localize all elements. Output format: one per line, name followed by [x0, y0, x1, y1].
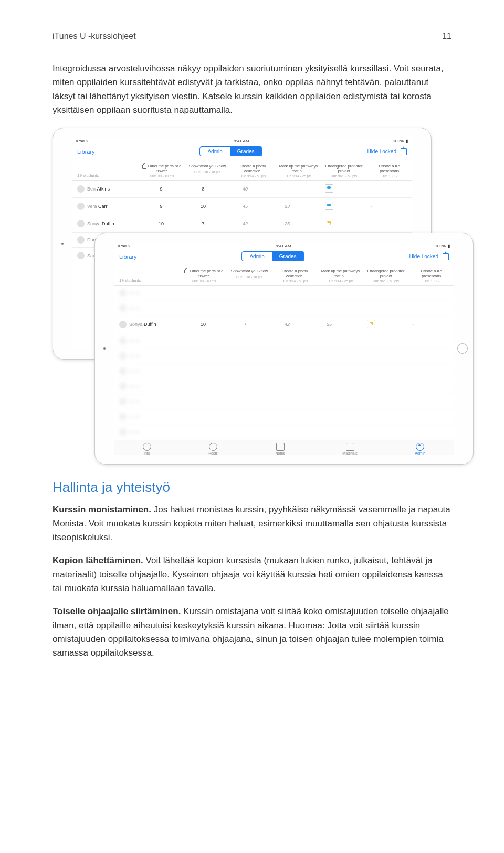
grade-value: 23: [285, 204, 290, 209]
segmented-control[interactable]: Admin Grades: [200, 146, 262, 156]
tab-info[interactable]: Info: [143, 443, 151, 455]
student-row[interactable]: Sonya Duffin1074225-: [114, 316, 454, 333]
doc-title: iTunes U -kurssiohjeet: [52, 31, 136, 41]
chat-icon[interactable]: [325, 202, 333, 210]
ipad-camera-icon: [103, 347, 106, 350]
tab-bar: Info Posts Notes Materials Admin: [114, 440, 454, 455]
section-heading: Hallinta ja yhteistyö: [52, 479, 452, 496]
avatar-icon: [77, 203, 85, 210]
grade-value: 25: [285, 221, 290, 226]
tab-materials[interactable]: Materials: [342, 443, 357, 455]
dash-cell: -: [371, 204, 372, 209]
col-0: Label the parts of a flowerDue 9/8 - 10 …: [139, 164, 185, 178]
student-row-blurred: — —: [114, 425, 454, 440]
share-icon[interactable]: [401, 148, 407, 155]
grade-value: 25: [327, 322, 332, 327]
dash-cell: -: [413, 322, 414, 327]
avatar-icon: [77, 220, 85, 227]
tab-admin[interactable]: Admin: [200, 147, 229, 156]
para-kurssin-monistaminen: Kurssin monistaminen. Jos haluat monista…: [52, 503, 452, 544]
status-battery: 100%: [393, 139, 404, 143]
materials-icon: [346, 443, 354, 451]
grade-value: 9: [160, 204, 162, 209]
avatar-icon: [77, 236, 85, 244]
student-row-blurred: — —: [114, 349, 454, 364]
edit-icon[interactable]: [367, 320, 375, 328]
tab-grades[interactable]: Grades: [230, 147, 262, 156]
grade-header: 19 students Label the parts of a flowerD…: [114, 266, 454, 286]
edit-icon[interactable]: [325, 219, 333, 227]
grade-value: 10: [201, 204, 206, 209]
grade-value: 42: [243, 221, 248, 226]
library-link[interactable]: Library: [77, 149, 95, 155]
grade-value: 10: [201, 322, 206, 327]
segmented-control[interactable]: Admin Grades: [242, 251, 304, 261]
student-row[interactable]: Ben Atkins9840--: [72, 181, 412, 198]
col-3: Mark up the pathways that p...Due 9/14 -…: [276, 164, 321, 178]
page-header: iTunes U -kurssiohjeet 11: [52, 31, 452, 41]
student-row-blurred: — —: [114, 364, 454, 379]
status-battery: 100%: [435, 244, 446, 248]
student-row-blurred: — —: [114, 286, 454, 301]
grade-value: 7: [244, 322, 246, 327]
battery-icon: ▮: [448, 244, 450, 248]
grade-value: 40: [243, 186, 248, 192]
student-row-blurred: — —: [114, 333, 454, 349]
lock-icon: [142, 165, 146, 169]
grade-value: 8: [202, 186, 204, 192]
avatar-icon: [77, 252, 85, 259]
admin-icon: [416, 443, 424, 451]
wifi-icon: ᯤ: [86, 139, 90, 143]
ipad-front: iPad ᯤ 9:41 AM 100%▮ Library Admin Grade…: [94, 233, 474, 465]
grade-value: 45: [243, 204, 248, 209]
status-device: iPad ᯤ: [76, 139, 90, 143]
col-4: Endangered predator projectDue 9/29 - 50…: [321, 164, 367, 178]
posts-icon: [209, 443, 217, 451]
student-row-blurred: — —: [114, 379, 454, 394]
ipad-camera-icon: [61, 243, 64, 245]
tab-admin[interactable]: Admin: [242, 252, 271, 261]
para-toiselle-ohjaajalle: Toiselle ohjaajalle siirtäminen. Kurssin…: [52, 605, 452, 660]
tab-grades[interactable]: Grades: [272, 252, 304, 261]
col-5: Create a Ke presentatioDue 10/2 -: [366, 164, 412, 178]
col-1: Show what you knowDue 9/10 - 10 pts: [185, 164, 230, 178]
students-count: 19 students: [72, 164, 139, 178]
grade-header: 19 students Label the parts of a flowerD…: [72, 161, 412, 181]
hide-locked-link[interactable]: Hide Locked: [409, 254, 438, 259]
status-time: 9:41 AM: [276, 244, 291, 248]
avatar-icon: [77, 185, 85, 193]
grade-value: 9: [160, 186, 162, 192]
info-icon: [143, 443, 151, 451]
wifi-icon: ᯤ: [128, 244, 132, 248]
status-device: iPad ᯤ: [118, 244, 132, 248]
student-row-blurred: — —: [114, 409, 454, 425]
nav-bar: Library Admin Grades Hide Locked: [72, 144, 412, 161]
share-icon[interactable]: [443, 253, 449, 260]
grade-value: 7: [202, 221, 204, 226]
notes-icon: [276, 443, 285, 451]
students-count: 19 students: [114, 269, 181, 283]
student-row-blurred: — —: [114, 301, 454, 316]
ipad-screenshots: iPad ᯤ 9:41 AM 100%▮ Library Admin Grade…: [52, 128, 452, 464]
student-row-blurred: — —: [114, 394, 454, 409]
tab-admin-tab[interactable]: Admin: [415, 443, 425, 455]
student-row[interactable]: Vera Carr9104523-: [72, 198, 412, 215]
col-2: Create a photo collection.Due 9/14 - 50 …: [230, 164, 276, 178]
status-time: 9:41 AM: [234, 139, 249, 143]
student-row[interactable]: Sonya Duffin1074225-: [72, 215, 412, 233]
tab-notes[interactable]: Notes: [275, 443, 285, 455]
status-bar: iPad ᯤ 9:41 AM 100%▮: [114, 243, 454, 249]
hide-locked-link[interactable]: Hide Locked: [367, 149, 396, 154]
avatar-icon: [119, 321, 127, 328]
page-number: 11: [442, 31, 452, 41]
dash-cell: -: [371, 186, 372, 192]
ipad-home-button[interactable]: [457, 343, 468, 354]
nav-bar: Library Admin Grades Hide Locked: [114, 249, 454, 266]
chat-icon[interactable]: [325, 184, 333, 193]
intro-paragraph: Integroidussa arvosteluvihossa näkyy opp…: [52, 62, 452, 117]
library-link[interactable]: Library: [119, 254, 137, 260]
para-kopion-lahettaminen: Kopion lähettäminen. Voit lähettää kopio…: [52, 554, 452, 595]
tab-posts[interactable]: Posts: [208, 443, 218, 455]
grade-value: 42: [285, 322, 290, 327]
status-bar: iPad ᯤ 9:41 AM 100%▮: [72, 138, 412, 144]
